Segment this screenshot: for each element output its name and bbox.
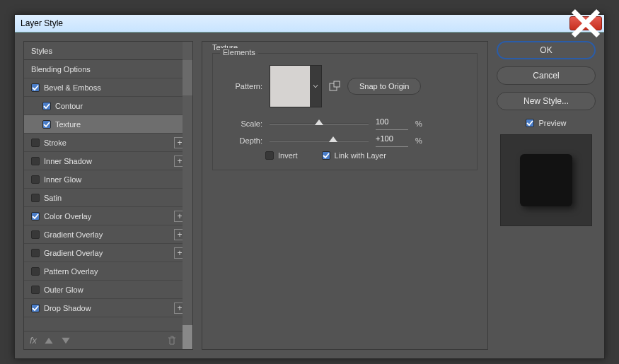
preview-inner [520, 154, 572, 206]
scroll-thumb[interactable] [183, 60, 192, 95]
style-row[interactable]: Blending Options [24, 60, 192, 78]
styles-list: Styles Blending OptionsBevel & EmbossCon… [23, 41, 193, 350]
style-row[interactable]: Outer Glow [24, 281, 192, 299]
create-preset-button[interactable] [329, 81, 340, 92]
checkbox-icon[interactable] [42, 120, 51, 129]
titlebar: Layer Style [15, 15, 604, 33]
checkbox-icon [265, 151, 274, 160]
style-label: Outer Glow [44, 286, 83, 294]
depth-slider[interactable] [270, 136, 369, 146]
styles-panel: Styles Blending OptionsBevel & EmbossCon… [23, 41, 193, 350]
scale-thumb[interactable] [315, 119, 323, 128]
elements-group: Elements Pattern: Snap to Origin [212, 53, 478, 170]
snap-to-origin-button[interactable]: Snap to Origin [347, 78, 421, 95]
style-label: Contour [55, 102, 83, 110]
arrow-up-icon[interactable] [44, 336, 54, 346]
depth-value[interactable]: +100 [376, 134, 408, 147]
scale-row: Scale: 100 % [223, 117, 467, 130]
style-row[interactable]: Bevel & Emboss [24, 78, 192, 97]
checkbox-icon[interactable] [31, 157, 40, 165]
style-row[interactable]: Inner Glow [24, 170, 192, 189]
checkbox-icon[interactable] [31, 230, 40, 239]
style-label: Color Overlay [44, 212, 91, 221]
invert-label: Invert [278, 151, 298, 160]
style-row[interactable]: Pattern Overlay [24, 262, 192, 281]
pattern-label: Pattern: [223, 82, 262, 90]
style-label: Texture [55, 120, 81, 129]
pattern-picker[interactable] [270, 65, 322, 107]
checkbox-icon[interactable] [31, 304, 40, 312]
fx-toolbar: fx [24, 331, 183, 349]
style-label: Drop Shadow [44, 304, 91, 312]
layer-style-dialog: Layer Style Styles Blending OptionsBevel… [14, 14, 605, 359]
checkbox-icon[interactable] [31, 286, 40, 294]
link-label: Link with Layer [335, 151, 386, 160]
invert-checkbox[interactable]: Invert [265, 151, 298, 160]
style-row[interactable]: Satin [24, 189, 192, 207]
style-row[interactable]: Gradient Overlay+ [24, 244, 192, 262]
checkbox-icon [526, 119, 534, 127]
window-title: Layer Style [21, 18, 63, 28]
scale-unit: % [415, 119, 422, 128]
checkbox-icon[interactable] [31, 212, 40, 221]
new-style-button[interactable]: New Style... [497, 92, 596, 110]
style-row[interactable]: Color Overlay+ [24, 207, 192, 225]
checkbox-icon[interactable] [31, 249, 40, 257]
style-row[interactable]: Drop Shadow+ [24, 299, 192, 317]
depth-thumb[interactable] [329, 136, 337, 145]
actions-panel: OK Cancel New Style... Preview [497, 41, 596, 350]
new-preset-icon [329, 81, 340, 92]
depth-label: Depth: [223, 136, 262, 145]
depth-unit: % [415, 136, 422, 145]
trash-icon[interactable] [167, 336, 177, 346]
close-icon [570, 8, 601, 39]
pattern-row: Pattern: Snap to Origin [223, 65, 467, 107]
depth-row: Depth: +100 % [223, 134, 467, 147]
preview-checkbox[interactable]: Preview [497, 119, 596, 127]
style-row[interactable]: Contour [24, 97, 192, 115]
scale-value[interactable]: 100 [376, 117, 408, 130]
pattern-swatch [270, 66, 310, 107]
slider-thumb-icon [315, 119, 323, 128]
dialog-body: Styles Blending OptionsBevel & EmbossCon… [15, 33, 604, 358]
elements-label: Elements [220, 48, 258, 57]
style-label: Stroke [44, 139, 66, 147]
svg-rect-1 [334, 81, 340, 87]
settings-panel: Texture Elements Pattern: Snap to Origin [202, 41, 488, 350]
style-label: Pattern Overlay [44, 267, 98, 276]
slider-thumb-icon [329, 136, 337, 145]
checkbox-icon[interactable] [31, 267, 40, 276]
style-label: Inner Glow [44, 175, 81, 184]
fx-label[interactable]: fx [30, 335, 37, 346]
scrollbar[interactable] [183, 42, 192, 349]
preview-thumbnail [500, 134, 592, 226]
style-row[interactable]: Gradient Overlay+ [24, 225, 192, 244]
scroll-end[interactable] [183, 325, 192, 349]
checkbox-icon[interactable] [31, 194, 40, 202]
checks-row: Invert Link with Layer [223, 151, 467, 160]
close-button[interactable] [569, 16, 602, 30]
link-with-layer-checkbox[interactable]: Link with Layer [322, 151, 386, 160]
style-label: Inner Shadow [44, 157, 92, 165]
checkbox-icon [322, 151, 330, 160]
styles-header[interactable]: Styles [24, 42, 192, 60]
style-label: Gradient Overlay [44, 230, 103, 239]
scale-label: Scale: [223, 119, 262, 128]
scale-slider[interactable] [270, 119, 369, 129]
ok-button[interactable]: OK [497, 41, 596, 59]
arrow-down-icon[interactable] [61, 336, 71, 346]
pattern-dropdown[interactable] [310, 66, 321, 107]
style-label: Satin [44, 194, 62, 202]
checkbox-icon[interactable] [31, 139, 40, 147]
style-label: Blending Options [31, 65, 91, 74]
preview-label: Preview [538, 119, 566, 127]
checkbox-icon[interactable] [42, 102, 51, 110]
cancel-button[interactable]: Cancel [497, 66, 596, 85]
checkbox-icon[interactable] [31, 83, 40, 92]
style-label: Gradient Overlay [44, 249, 103, 257]
style-row[interactable]: Inner Shadow+ [24, 152, 192, 170]
style-row[interactable]: Texture [24, 115, 192, 134]
checkbox-icon[interactable] [31, 175, 40, 184]
style-row[interactable]: Stroke+ [24, 134, 192, 152]
chevron-down-icon [312, 83, 319, 90]
